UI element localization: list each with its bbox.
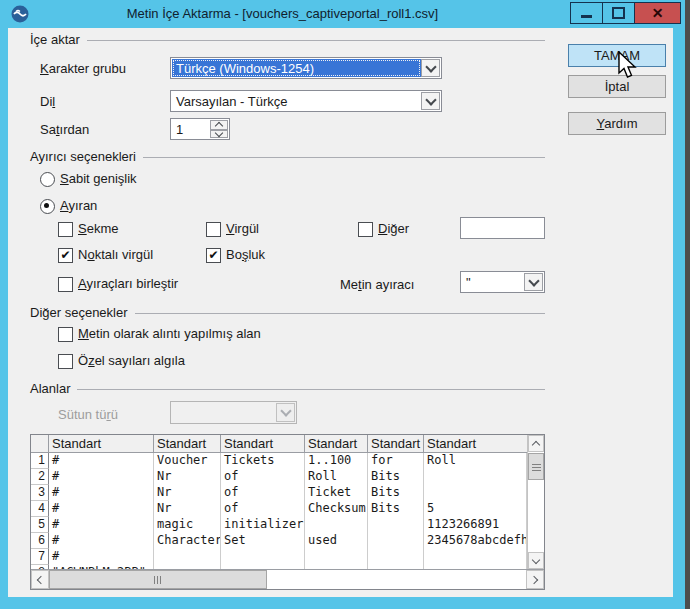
chevron-down-icon (280, 405, 291, 416)
charset-dropdown-button[interactable] (421, 59, 440, 77)
close-icon: ✕ (652, 6, 664, 20)
table-cell[interactable]: # (49, 501, 154, 517)
table-cell[interactable]: # (49, 549, 154, 565)
table-cell[interactable] (424, 549, 527, 565)
table-cell[interactable]: Roll (305, 469, 368, 485)
table-cell[interactable] (424, 485, 527, 501)
column-header[interactable]: Standart (368, 435, 424, 452)
table-cell[interactable]: of (221, 485, 305, 501)
minimize-button[interactable] (570, 2, 603, 24)
horizontal-scrollbar[interactable] (31, 569, 544, 589)
table-cell[interactable]: magic (154, 517, 221, 533)
column-header[interactable]: Standart (221, 435, 305, 452)
table-cell[interactable]: Nr (154, 485, 221, 501)
table-cell[interactable]: Bits (368, 469, 424, 485)
table-row: 7# (31, 549, 527, 565)
table-cell[interactable] (368, 517, 424, 533)
table-cell[interactable]: Ticket (305, 485, 368, 501)
table-cell[interactable]: Checksum (305, 501, 368, 517)
table-cell[interactable] (424, 469, 527, 485)
vertical-scrollbar[interactable] (527, 435, 544, 569)
table-cell[interactable]: Bits (368, 501, 424, 517)
table-cell[interactable] (368, 533, 424, 549)
row-number: 7 (31, 549, 49, 565)
table-cell[interactable]: Voucher (154, 453, 221, 469)
table-cell[interactable]: 5 (424, 501, 527, 517)
column-header[interactable]: Standart (154, 435, 221, 452)
scroll-right-button[interactable] (526, 570, 544, 589)
table-cell[interactable]: Bits (368, 485, 424, 501)
text-delimiter-combobox[interactable]: " (460, 271, 545, 293)
table-cell[interactable]: # (49, 517, 154, 533)
table-cell[interactable]: Tickets (221, 453, 305, 469)
row-number: 1 (31, 453, 49, 469)
table-cell[interactable]: 2345678abcdefhi (424, 533, 527, 549)
column-header[interactable]: Standart (305, 435, 368, 452)
tab-label: Sekme (78, 221, 118, 237)
table-cell[interactable]: 1..100 (305, 453, 368, 469)
spinner-buttons (210, 120, 228, 138)
table-row: 3#NrofTicketBits (31, 485, 527, 501)
semicolon-checkbox[interactable]: ✔ (58, 248, 73, 263)
table-cell[interactable]: initializer (221, 517, 305, 533)
scroll-down-button[interactable] (528, 552, 544, 569)
table-cell[interactable]: # (49, 533, 154, 549)
scroll-up-button[interactable] (528, 435, 544, 452)
help-button[interactable]: Yardım (568, 112, 666, 135)
table-cell[interactable] (368, 549, 424, 565)
table-cell[interactable]: of (221, 469, 305, 485)
table-cell[interactable]: # (49, 469, 154, 485)
group-rule (135, 313, 545, 314)
from-row-label: Satırdan (40, 122, 89, 138)
spinner-down-button[interactable] (210, 130, 228, 138)
fixed-width-radio[interactable] (40, 172, 55, 187)
quoted-field-as-text-checkbox[interactable] (58, 327, 73, 342)
minimize-icon (581, 15, 592, 18)
ok-button[interactable]: TAMAM (568, 44, 666, 67)
dialog-window: Metin İçe Aktarma - [vouchers_captivepor… (0, 0, 685, 609)
maximize-button[interactable] (602, 2, 635, 24)
table-row: 2#NrofRollBits (31, 469, 527, 485)
language-combobox[interactable]: Varsayılan - Türkçe (170, 90, 442, 112)
language-dropdown-button[interactable] (421, 92, 440, 110)
from-row-spinner[interactable]: 1 (170, 118, 230, 140)
separated-by-radio[interactable] (40, 199, 55, 214)
table-cell[interactable]: Roll (424, 453, 527, 469)
table-cell[interactable]: for (368, 453, 424, 469)
tab-checkbox[interactable] (58, 222, 73, 237)
dialog-client-area: İçe aktar Karakter grubu Türkçe (Windows… (8, 28, 673, 597)
table-cell[interactable] (154, 549, 221, 565)
table-row: 5#magicinitializer1123266891 (31, 517, 527, 533)
column-header[interactable]: Standart (49, 435, 154, 452)
scroll-left-button[interactable] (31, 570, 49, 589)
detect-special-numbers-checkbox[interactable] (58, 354, 73, 369)
text-delimiter-dropdown-button[interactable] (524, 273, 543, 291)
table-cell[interactable]: 1123266891 (424, 517, 527, 533)
vertical-scroll-thumb[interactable] (528, 453, 544, 480)
table-cell[interactable]: Nr (154, 469, 221, 485)
chevron-down-icon (425, 61, 436, 72)
merge-delimiters-checkbox[interactable] (58, 277, 73, 292)
comma-label: Virgül (226, 221, 259, 237)
cancel-button[interactable]: İptal (568, 75, 666, 98)
row-number: 4 (31, 501, 49, 517)
table-cell[interactable]: Set (221, 533, 305, 549)
comma-checkbox[interactable] (206, 222, 221, 237)
horizontal-scroll-thumb[interactable] (49, 570, 267, 589)
table-cell[interactable] (305, 549, 368, 565)
column-header[interactable]: Standart (424, 435, 544, 452)
table-cell[interactable]: # (49, 453, 154, 469)
title-bar[interactable]: Metin İçe Aktarma - [vouchers_captivepor… (0, 0, 685, 28)
table-cell[interactable]: Character (154, 533, 221, 549)
table-cell[interactable]: # (49, 485, 154, 501)
table-cell[interactable] (305, 517, 368, 533)
close-button[interactable]: ✕ (634, 2, 681, 24)
table-cell[interactable]: of (221, 501, 305, 517)
table-cell[interactable]: used (305, 533, 368, 549)
other-separator-input[interactable] (460, 217, 545, 239)
table-cell[interactable]: Nr (154, 501, 221, 517)
space-checkbox[interactable]: ✔ (206, 248, 221, 263)
charset-combobox[interactable]: Türkçe (Windows-1254) (170, 57, 442, 79)
table-cell[interactable] (221, 549, 305, 565)
other-checkbox[interactable] (358, 222, 373, 237)
